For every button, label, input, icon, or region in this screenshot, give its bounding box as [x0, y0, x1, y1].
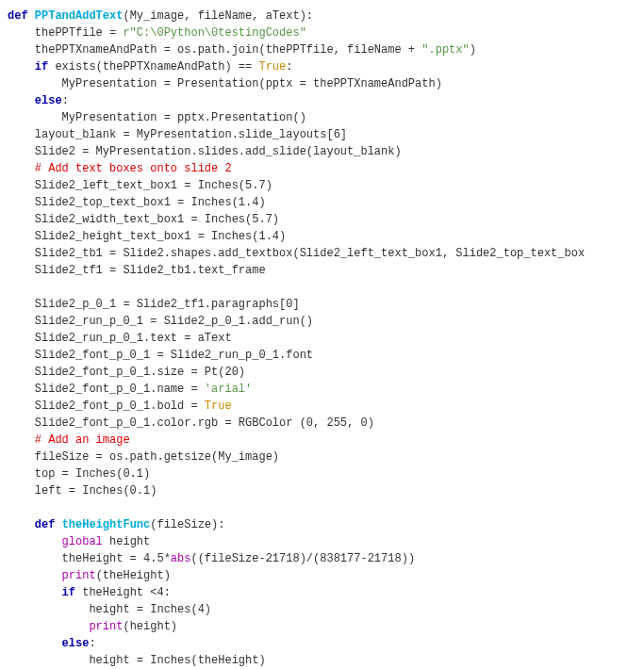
keyword-def: def: [35, 518, 56, 531]
code-line: Slide2_left_text_box1 = Inches(5.7): [8, 179, 272, 192]
code-line: Slide2_run_p_0_1.text = aText: [8, 332, 232, 345]
code-text: [8, 535, 62, 548]
code-text: (fileSize):: [150, 518, 224, 531]
code-line: height = Inches(4): [8, 603, 211, 616]
code-line: Slide2_font_p_0_1.color.rgb = RGBColor (…: [8, 416, 374, 430]
code-text: :: [62, 94, 69, 107]
code-line: MyPresentation = Presentation(pptx = the…: [8, 77, 442, 90]
code-text: ((fileSize-21718)/(838177-21718)): [190, 552, 415, 565]
keyword-if: if: [62, 586, 75, 599]
code-line: Slide2_tb1 = Slide2.shapes.add_textbox(S…: [8, 247, 585, 260]
code-text: [8, 60, 35, 73]
code-text: [55, 518, 61, 531]
comment: # Add text boxes onto slide 2: [8, 162, 232, 175]
function-name: theHeightFunc: [62, 518, 151, 531]
code-line: top = Inches(0.1): [8, 467, 150, 481]
code-text: [8, 569, 62, 582]
code-text: [8, 94, 35, 107]
code-line: Slide2_height_text_box1 = Inches(1.4): [8, 230, 286, 243]
code-line: Slide2_font_p_0_1.size = Pt(20): [8, 366, 245, 379]
code-text: [8, 518, 35, 531]
string-literal: ".pptx": [421, 43, 469, 57]
params: (My_image, fileName, aText):: [123, 9, 313, 23]
code-line: height = Inches(theHeight): [8, 654, 266, 667]
code-line: thePPTXnameAndPath = os.path.join(thePPT…: [8, 43, 421, 57]
bool-true: True: [205, 400, 232, 413]
code-text: :: [286, 60, 292, 73]
code-line: left = Inches(0.1): [8, 484, 157, 498]
comment: # Add an image: [8, 433, 130, 447]
code-line: Slide2_top_text_box1 = Inches(1.4): [8, 196, 266, 209]
function-name: PPTandAddText: [35, 9, 124, 23]
code-text: [8, 586, 62, 599]
code-block: def PPTandAddText(My_image, fileName, aT…: [8, 8, 636, 669]
code-text: ): [470, 43, 476, 57]
keyword-else: else: [35, 94, 62, 107]
code-text: theHeight <4:: [75, 586, 171, 599]
code-text: exists(thePPTXnameAndPath) ==: [48, 60, 258, 73]
code-line: Slide2_run_p_0_1 = Slide2_p_0_1.add_run(…: [8, 315, 313, 328]
code-text: (height): [123, 620, 177, 633]
keyword-global: global: [62, 535, 103, 548]
string-literal: r"C:\0Python\0testingCodes": [123, 26, 305, 40]
builtin-print: print: [62, 569, 96, 582]
code-text: height: [103, 535, 150, 548]
code-text: (theHeight): [96, 569, 171, 582]
code-text: :: [89, 637, 95, 650]
builtin-print: print: [89, 620, 123, 633]
code-line: Slide2 = MyPresentation.slides.add_slide…: [8, 145, 402, 158]
code-text: Slide2_font_p_0_1.name =: [8, 383, 205, 396]
string-literal: 'arial': [205, 383, 252, 396]
code-text: theHeight = 4.5*: [8, 552, 171, 565]
code-line: Slide2_p_0_1 = Slide2_tf1.paragraphs[0]: [8, 298, 300, 311]
builtin-abs: abs: [171, 552, 191, 565]
bool-true: True: [258, 60, 286, 73]
code-line: Slide2_tf1 = Slide2_tb1.text_frame: [8, 264, 266, 277]
keyword-def: def: [8, 9, 35, 23]
code-line: Slide2_font_p_0_1 = Slide2_run_p_0_1.fon…: [8, 349, 313, 362]
code-line: Slide2_width_text_box1 = Inches(5.7): [8, 213, 279, 226]
code-text: Slide2_font_p_0_1.bold =: [8, 400, 205, 413]
code-line: layout_blank = MyPresentation.slide_layo…: [8, 128, 347, 141]
code-text: [8, 637, 62, 650]
code-text: [8, 620, 89, 633]
keyword-else: else: [62, 637, 90, 650]
code-line: MyPresentation = pptx.Presentation(): [8, 111, 306, 124]
keyword-if: if: [35, 60, 48, 73]
code-line: fileSize = os.path.getsize(My_image): [8, 450, 279, 464]
code-line: thePPTfile =: [8, 26, 123, 40]
